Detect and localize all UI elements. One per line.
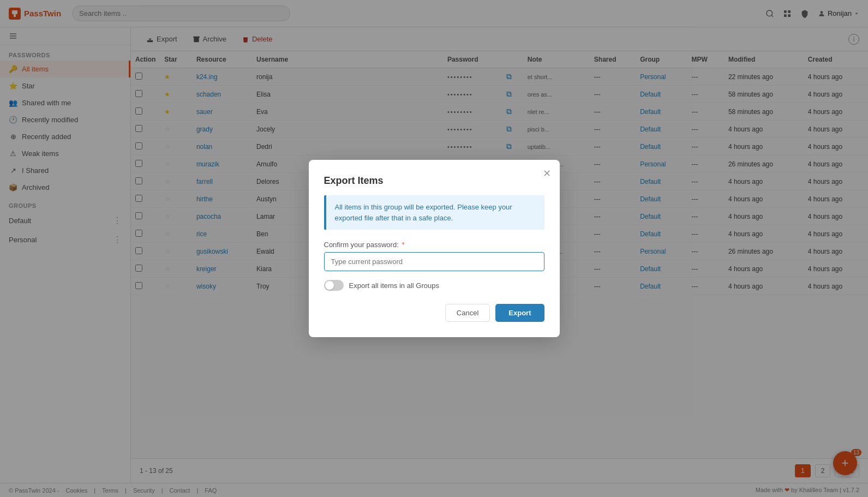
export-confirm-button[interactable]: Export — [495, 304, 544, 322]
toggle-knob — [325, 281, 334, 290]
modal-overlay: ✕ Export Items All items in this group w… — [0, 0, 868, 497]
modal-info-box: All items in this group will be exported… — [324, 195, 544, 230]
export-all-toggle-row: Export all items in all Groups — [324, 280, 544, 291]
modal-actions: Cancel Export — [324, 304, 544, 322]
cancel-button[interactable]: Cancel — [445, 304, 490, 322]
modal-title: Export Items — [324, 175, 544, 187]
export-all-toggle[interactable] — [324, 280, 344, 291]
password-input[interactable] — [324, 252, 544, 271]
export-modal: ✕ Export Items All items in this group w… — [309, 160, 560, 337]
password-label: Confirm your password: * — [324, 241, 544, 249]
modal-close-button[interactable]: ✕ — [543, 169, 551, 178]
required-mark: * — [402, 241, 404, 249]
